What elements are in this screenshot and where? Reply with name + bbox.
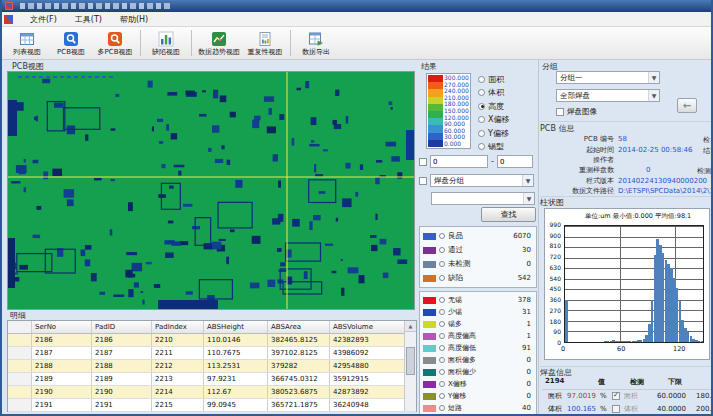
multi-pcb-view-button[interactable]: 多PCB视图 bbox=[93, 28, 137, 59]
defect-view-icon bbox=[158, 31, 174, 47]
status-label: 面积偏少 bbox=[448, 367, 476, 377]
menu-item[interactable]: 帮助(H) bbox=[111, 13, 157, 26]
list-view-button[interactable]: 列表视图 bbox=[5, 28, 49, 59]
status-row[interactable]: 面积偏多0 bbox=[420, 354, 536, 366]
table-row[interactable]: 218721872211110.7675397102.812543986092 bbox=[8, 347, 416, 360]
title-bar[interactable] bbox=[0, 0, 713, 12]
multi-pcb-view-icon bbox=[107, 31, 123, 47]
secondary-select[interactable]: ▼ bbox=[431, 192, 535, 205]
pcb-panel-title: PCB视图 bbox=[12, 61, 44, 72]
multi-pcb-view-label: 多PCB视图 bbox=[98, 48, 133, 56]
scrollbar-thumb[interactable] bbox=[406, 347, 415, 375]
y-tick-label: 180 bbox=[550, 319, 561, 325]
table-row[interactable]: 218821882212113.253137928242954880 bbox=[8, 360, 416, 373]
status-label: Y偏移 bbox=[448, 391, 466, 401]
info-value: D:\ETSPI\SPCData\2014\2\1006.svi bbox=[618, 187, 713, 195]
pcb-board-view[interactable] bbox=[7, 71, 415, 310]
metric-radio[interactable]: 高度 bbox=[478, 101, 536, 112]
group-select[interactable]: 分组一 ▼ bbox=[556, 71, 660, 84]
metric-radio[interactable]: Y偏移 bbox=[478, 128, 536, 139]
detail-panel-title: 明细 bbox=[10, 310, 26, 321]
repeat-view-button[interactable]: 重复性视图 bbox=[243, 28, 287, 59]
color-scale-labels: 300.000270.000240.000210.000180.000150.0… bbox=[443, 75, 469, 147]
histogram-y-axis: 990900810720630540450360270180900 bbox=[545, 225, 563, 343]
group-panel-title: 分组 bbox=[542, 61, 558, 72]
y-tick-label: 810 bbox=[550, 243, 561, 249]
check-column-header: 检测 bbox=[630, 377, 644, 387]
data-export-icon bbox=[308, 31, 324, 47]
pad-metric-name: 体积 bbox=[548, 404, 562, 414]
table-row[interactable]: 219021902214112.67380523.687542873892 bbox=[8, 386, 416, 399]
status-row[interactable]: 良品6070 bbox=[420, 229, 536, 243]
pad-image-checkbox[interactable] bbox=[556, 108, 564, 116]
app-icon bbox=[5, 2, 13, 10]
table-row[interactable]: 21912191221599.0945365721.187536240948 bbox=[8, 399, 416, 412]
metric-radio[interactable]: X偏移 bbox=[478, 114, 536, 125]
x-tick-label: 60 bbox=[617, 345, 625, 353]
info-label: 数据文件路径 bbox=[540, 186, 614, 196]
data-export-button[interactable]: 数据导出 bbox=[294, 28, 338, 59]
pad-metric-check-label: 面积 bbox=[624, 391, 638, 401]
status-row[interactable]: 面积偏少0 bbox=[420, 366, 536, 378]
status-count: 91 bbox=[522, 344, 531, 352]
pcb-board-image bbox=[8, 72, 414, 309]
menu-item[interactable]: 文件(F) bbox=[21, 13, 66, 26]
status-count: 6070 bbox=[513, 232, 531, 240]
metric-label: 面积 bbox=[488, 74, 504, 85]
metric-radio[interactable]: 体积 bbox=[478, 87, 536, 98]
trend-view-button[interactable]: 数据趋势视图 bbox=[195, 28, 243, 59]
histogram-subtitle: 单位:um 最小值:0.000 平均值:98.1 bbox=[585, 212, 691, 221]
status-row[interactable]: 短路40 bbox=[420, 402, 536, 414]
chevron-down-icon: ▼ bbox=[523, 193, 534, 204]
status-label: 锡多 bbox=[448, 319, 462, 329]
metric-label: X偏移 bbox=[488, 114, 509, 125]
back-arrow-button[interactable]: ← bbox=[677, 98, 697, 113]
status-label: X偏移 bbox=[448, 379, 467, 389]
pad-metric-checkbox[interactable] bbox=[612, 392, 620, 400]
table-row[interactable]: 218621862210110.0146382465.812542382893 bbox=[8, 334, 416, 347]
scroll-up-icon[interactable]: ▲ bbox=[405, 321, 416, 332]
pad-select[interactable]: 全部焊盘 ▼ bbox=[556, 89, 660, 102]
status-count: 31 bbox=[522, 308, 531, 316]
status-row[interactable]: 锡多1 bbox=[420, 318, 536, 330]
status-label: 高度偏低 bbox=[448, 343, 476, 353]
status-count: 40 bbox=[522, 404, 531, 412]
range-to-input[interactable] bbox=[497, 155, 533, 168]
range-checkbox[interactable] bbox=[419, 158, 427, 166]
app-window: 文件(F)工具(T)帮助(H) 列表视图 PCB视图 多PCB视图 缺陷视图 数… bbox=[0, 0, 713, 416]
defect-view-button[interactable]: 缺陷视图 bbox=[144, 28, 188, 59]
pcb-info-rows: PCB 编号58起始时间2014-02-25 00:58:46操作者重测样盘数0… bbox=[540, 134, 713, 196]
list-view-icon bbox=[19, 31, 35, 47]
pad-group-checkbox[interactable] bbox=[419, 177, 427, 185]
y-tick-label: 720 bbox=[550, 254, 561, 260]
status-row[interactable]: 无锡378 bbox=[420, 294, 536, 306]
pad-metric-unit: % bbox=[600, 405, 607, 413]
status-row[interactable]: 通过30 bbox=[420, 243, 536, 257]
app-menu-icon bbox=[4, 15, 13, 24]
pcb-view-button[interactable]: PCB视图 bbox=[49, 28, 93, 59]
menu-item[interactable]: 工具(T) bbox=[66, 13, 111, 26]
metric-radio[interactable]: 锡型 bbox=[478, 141, 536, 152]
table-row[interactable]: 21892189221397.9231366745.031235912915 bbox=[8, 373, 416, 386]
y-tick-label: 360 bbox=[550, 297, 561, 303]
status-row[interactable]: 少锡31 bbox=[420, 306, 536, 318]
status-row[interactable]: 高度偏低91 bbox=[420, 342, 536, 354]
pad-info-header: 2194 值 检测 下限 bbox=[540, 377, 713, 389]
detail-table-scrollbar[interactable]: ▲ bbox=[404, 321, 416, 411]
x-tick-label: 0 bbox=[561, 345, 565, 353]
status-row[interactable]: 高度偏高1 bbox=[420, 330, 536, 342]
metric-label: 锡型 bbox=[488, 141, 504, 152]
status-count: 1 bbox=[527, 320, 531, 328]
range-from-input[interactable] bbox=[430, 155, 488, 168]
panel-splitter[interactable] bbox=[538, 60, 539, 416]
metric-radio[interactable]: 面积 bbox=[478, 74, 536, 85]
status-row[interactable]: Y偏移0 bbox=[420, 390, 536, 402]
status-row[interactable]: X偏移0 bbox=[420, 378, 536, 390]
find-button[interactable]: 查找 bbox=[481, 207, 536, 222]
status-row[interactable]: 缺陷542 bbox=[420, 271, 536, 285]
pad-group-select[interactable]: 焊盘分组 ▼ bbox=[430, 174, 534, 187]
metric-label: Y偏移 bbox=[488, 128, 509, 139]
status-label: 少锡 bbox=[448, 307, 462, 317]
pad-metric-checkbox[interactable] bbox=[612, 405, 620, 413]
status-row[interactable]: 未检测0 bbox=[420, 257, 536, 271]
